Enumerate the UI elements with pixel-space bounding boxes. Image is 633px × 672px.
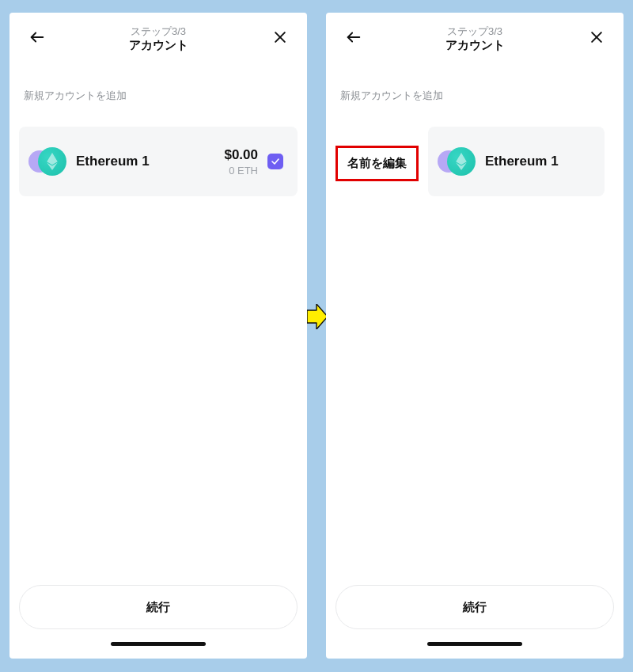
close-button[interactable] [584, 25, 609, 53]
account-row[interactable]: Ethereum 1 [428, 127, 605, 196]
edit-name-button[interactable]: 名前を編集 [335, 146, 419, 181]
account-name: Ethereum 1 [485, 154, 559, 169]
screen-step3-after: ステップ3/3 アカウント 新規アカウントを追加 名前を編集 Ethereum … [326, 13, 624, 659]
account-avatar [442, 146, 474, 177]
header-title-block: ステップ3/3 アカウント [129, 25, 188, 53]
back-button[interactable] [24, 24, 51, 54]
topbar: ステップ3/3 アカウント [326, 13, 624, 65]
arrow-right-icon [307, 304, 328, 329]
account-row[interactable]: Ethereum 1 $0.00 0 ETH [19, 127, 298, 196]
account-avatar [33, 146, 65, 177]
topbar: ステップ3/3 アカウント [9, 13, 307, 65]
svg-marker-3 [307, 304, 328, 329]
header-title-block: ステップ3/3 アカウント [445, 25, 505, 53]
account-row-wrap: 名前を編集 Ethereum 1 [326, 127, 624, 196]
page-title: アカウント [129, 38, 188, 53]
page-title: アカウント [445, 38, 505, 53]
step-indicator: ステップ3/3 [445, 25, 505, 38]
arrow-left-icon [28, 28, 46, 46]
screen-step3-before: ステップ3/3 アカウント 新規アカウントを追加 Ethereum 1 $0.0… [9, 13, 307, 659]
arrow-left-icon [345, 28, 362, 46]
footer: 続行 [9, 585, 307, 659]
balance-crypto: 0 ETH [224, 165, 258, 177]
ethereum-icon [456, 153, 467, 170]
balance-fiat: $0.00 [224, 147, 258, 163]
account-name: Ethereum 1 [76, 154, 150, 169]
home-indicator [427, 642, 522, 646]
continue-button[interactable]: 続行 [335, 585, 614, 629]
close-icon [272, 29, 288, 45]
account-checkbox[interactable] [267, 154, 283, 169]
close-button[interactable] [267, 25, 293, 53]
balance-block: $0.00 0 ETH [224, 147, 258, 177]
step-indicator: ステップ3/3 [129, 25, 188, 38]
check-icon [271, 157, 280, 166]
continue-button[interactable]: 続行 [19, 585, 298, 629]
back-button[interactable] [340, 24, 367, 54]
home-indicator [111, 642, 206, 646]
ethereum-icon [47, 153, 58, 170]
close-icon [589, 29, 605, 45]
section-label-add-account: 新規アカウントを追加 [9, 65, 307, 103]
section-label-add-account: 新規アカウントを追加 [326, 65, 624, 103]
footer: 続行 [326, 585, 624, 659]
